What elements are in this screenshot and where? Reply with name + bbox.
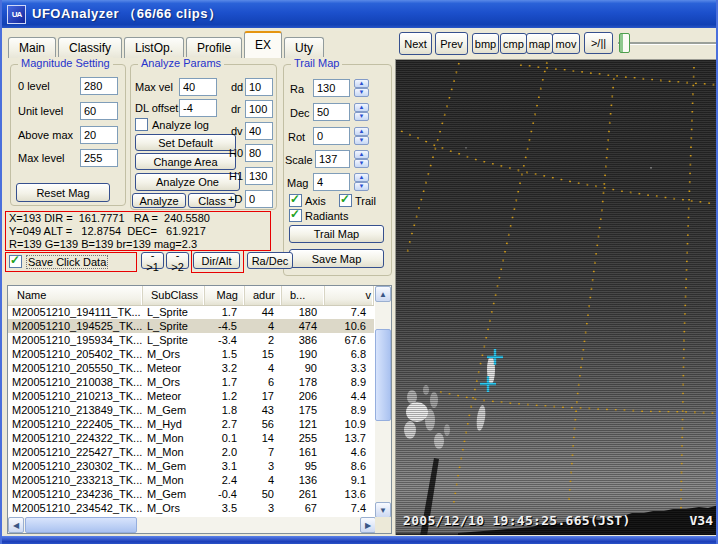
spin-down-icon[interactable]: ▼ [354, 136, 369, 145]
video-frame[interactable]: 2005/12/10 19:45:25.665(JST) V34 [395, 59, 718, 535]
col-header-adur[interactable]: adur [245, 286, 282, 305]
table-row[interactable]: M20051210_210213_TK...Meteor1.2172064.4 [8, 389, 374, 403]
table-cell: M_Ors [143, 375, 205, 389]
title-bar[interactable]: UA UFOAnalyzer （66/66 clips） [2, 0, 716, 28]
table-row[interactable]: M20051210_222405_TK...M_Hyd2.75612110.9 [8, 417, 374, 431]
bmp-button[interactable]: bmp [472, 33, 499, 54]
max-vel-input[interactable] [179, 78, 217, 96]
spin-up-icon[interactable]: ▲ [354, 173, 369, 182]
col-header-v[interactable]: v [325, 286, 374, 305]
dr-input[interactable] [245, 100, 273, 118]
tab-main[interactable]: Main [8, 37, 56, 58]
scroll-right-icon[interactable]: ▶ [360, 517, 376, 533]
vertical-scrollbar[interactable]: ▲ ▼ [375, 286, 391, 518]
spin-down-icon[interactable]: ▼ [354, 112, 369, 121]
to-2-button[interactable]: ->2 [166, 252, 189, 269]
frame-slider-thumb[interactable] [619, 33, 630, 53]
table-cell: M_Gem [143, 487, 205, 501]
analyze-log-checkbox[interactable] [135, 118, 148, 131]
mag-spinner[interactable]: ▲▼ [354, 173, 369, 191]
tab-ex[interactable]: EX [244, 31, 282, 58]
play-pause-button[interactable]: >/|| [584, 32, 613, 54]
readout-line2: Y=049 ALT = 12.8754 DEC= 61.9217 [9, 225, 206, 237]
table-row[interactable]: M20051210_205550_TK...Meteor3.24903.3 [8, 361, 374, 375]
spin-down-icon[interactable]: ▼ [354, 88, 369, 97]
frame-slider-track[interactable] [618, 42, 718, 45]
zero-level-input[interactable] [80, 77, 118, 95]
cmp-button[interactable]: cmp [500, 33, 527, 54]
table-row[interactable]: M20051210_205402_TK...M_Ors1.5151906.8 [8, 347, 374, 361]
reset-mag-button[interactable]: Reset Mag [16, 183, 110, 202]
dl-offset-input[interactable] [179, 99, 217, 117]
table-row[interactable]: M20051210_213849_TK...M_Gem1.8431758.9 [8, 403, 374, 417]
col-header-subclass[interactable]: SubClass [143, 286, 205, 305]
vertical-scroll-thumb[interactable] [375, 329, 391, 421]
above-max-input[interactable] [80, 126, 118, 144]
map-button[interactable]: map [526, 33, 553, 54]
next-button[interactable]: Next [399, 32, 432, 55]
tab-uty[interactable]: Uty [284, 37, 324, 58]
scale-spinner[interactable]: ▲▼ [354, 150, 369, 168]
rot-input[interactable] [313, 127, 350, 145]
horizontal-scroll-thumb[interactable] [25, 517, 137, 533]
prev-button[interactable]: Prev [435, 32, 468, 55]
change-area-button[interactable]: Change Area [135, 153, 236, 170]
plus-d-input[interactable] [245, 190, 273, 208]
spin-down-icon[interactable]: ▼ [354, 159, 369, 168]
unit-level-input[interactable] [80, 102, 118, 120]
trail-map-button[interactable]: Trail Map [289, 225, 384, 243]
spin-down-icon[interactable]: ▼ [354, 182, 369, 191]
table-cell: 8.6 [325, 459, 374, 473]
spin-up-icon[interactable]: ▲ [354, 103, 369, 112]
col-header-b[interactable]: b... [282, 286, 325, 305]
scroll-down-icon[interactable]: ▼ [375, 502, 391, 518]
h1-input[interactable] [245, 167, 273, 185]
dv-input[interactable] [245, 122, 273, 140]
tab-profile[interactable]: Profile [186, 37, 242, 58]
table-row[interactable]: M20051210_234236_TK...M_Gem-0.45026113.6 [8, 487, 374, 501]
scroll-up-icon[interactable]: ▲ [375, 286, 391, 302]
spin-up-icon[interactable]: ▲ [354, 79, 369, 88]
table-row[interactable]: M20051210_233213_TK...M_Mon2.441369.1 [8, 473, 374, 487]
spin-up-icon[interactable]: ▲ [354, 150, 369, 159]
table-row[interactable]: M20051210_225427_TK...M_Mon2.071614.6 [8, 445, 374, 459]
dir-alt-button[interactable]: Dir/Alt [193, 252, 240, 269]
to-1-button[interactable]: ->1 [141, 252, 164, 269]
rot-spinner[interactable]: ▲▼ [354, 127, 369, 145]
col-header-mag[interactable]: Mag [205, 286, 245, 305]
save-map-button[interactable]: Save Map [289, 249, 384, 268]
table-cell: 90 [282, 361, 325, 375]
scroll-left-icon[interactable]: ◀ [8, 517, 24, 533]
table-row[interactable]: M20051210_230302_TK...M_Gem3.13958.6 [8, 459, 374, 473]
ra-spinner[interactable]: ▲▼ [354, 79, 369, 97]
analyze-button[interactable]: Analyze [132, 193, 186, 208]
dec-input[interactable] [313, 103, 350, 121]
tab-listop[interactable]: ListOp. [124, 37, 184, 58]
table-row[interactable]: M20051210_234542_TK...M_Ors3.53677.4 [8, 501, 374, 515]
scale-input[interactable] [315, 150, 350, 168]
table-row[interactable]: M20051210_224322_TK...M_Mon0.11425513.7 [8, 431, 374, 445]
h0-input[interactable] [245, 144, 273, 162]
table-row[interactable]: M20051210_210038_TK...M_Ors1.761788.9 [8, 375, 374, 389]
mag-input[interactable] [313, 173, 350, 191]
set-default-button[interactable]: Set Default [135, 134, 236, 151]
ra-input[interactable] [313, 79, 350, 97]
spin-up-icon[interactable]: ▲ [354, 127, 369, 136]
dd-input[interactable] [245, 78, 273, 96]
trail-checkbox[interactable] [339, 194, 352, 207]
analyze-one-button[interactable]: Analyze One [135, 173, 240, 191]
mov-button[interactable]: mov [552, 33, 580, 54]
table-row[interactable]: M20051210_194525_TK...L_Sprite-4.5447410… [8, 319, 374, 333]
table-row[interactable]: M20051210_195934_TK...L_Sprite-3.4238667… [8, 333, 374, 347]
axis-checkbox[interactable] [289, 194, 302, 207]
horizontal-scrollbar[interactable]: ◀ ▶ [8, 517, 376, 533]
table-cell: M20051210_233213_TK... [8, 473, 143, 487]
dec-spinner[interactable]: ▲▼ [354, 103, 369, 121]
ra-dec-button[interactable]: Ra/Dec [247, 252, 293, 269]
max-level-input[interactable] [80, 149, 118, 167]
tab-classify[interactable]: Classify [58, 37, 122, 58]
table-row[interactable]: M20051210_194111_TK...L_Sprite1.7441807.… [8, 305, 374, 319]
radiants-checkbox[interactable] [289, 209, 302, 222]
col-header-name[interactable]: Name [8, 286, 143, 305]
save-click-data-checkbox[interactable] [9, 255, 22, 268]
